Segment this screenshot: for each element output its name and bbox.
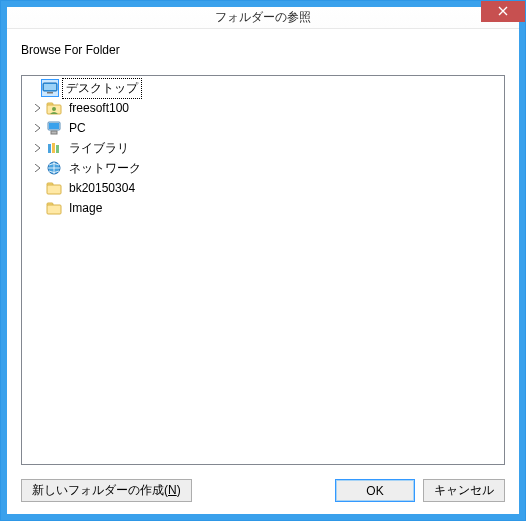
button-label-prefix: 新しいフォルダーの作成( <box>32 483 168 497</box>
folder-icon <box>46 180 62 196</box>
user-folder-icon <box>46 100 62 116</box>
tree-node[interactable]: PC <box>24 118 502 138</box>
button-bar: 新しいフォルダーの作成(N) OK キャンセル <box>21 479 505 502</box>
button-accel: N <box>168 483 177 497</box>
client-area: Browse For Folder デスクトップ <box>7 29 519 514</box>
cancel-button[interactable]: キャンセル <box>423 479 505 502</box>
window-title: フォルダーの参照 <box>7 9 519 26</box>
button-label-suffix: ) <box>177 483 181 497</box>
tree-node[interactable]: Image <box>24 198 502 218</box>
tree-node-label: ライブラリ <box>66 139 132 158</box>
tree-node-label: デスクトップ <box>62 78 142 99</box>
tree-node[interactable]: bk20150304 <box>24 178 502 198</box>
libraries-icon <box>46 140 62 156</box>
expander-icon[interactable] <box>32 122 44 134</box>
folder-tree[interactable]: デスクトップ freesoft100 <box>21 75 505 465</box>
desktop-icon <box>42 80 58 96</box>
make-new-folder-button[interactable]: 新しいフォルダーの作成(N) <box>21 479 192 502</box>
svg-rect-8 <box>51 131 57 134</box>
window-chrome: フォルダーの参照 Browse For Folder <box>1 1 525 520</box>
expander-icon[interactable] <box>32 102 44 114</box>
expander-icon[interactable] <box>32 142 44 154</box>
instruction-text: Browse For Folder <box>21 43 505 57</box>
dialog-window: フォルダーの参照 Browse For Folder <box>0 0 526 521</box>
svg-rect-9 <box>48 144 51 153</box>
svg-rect-14 <box>47 185 61 194</box>
tree-node-desktop[interactable]: デスクトップ <box>24 78 502 98</box>
tree-node-label: Image <box>66 200 105 216</box>
tree-root-list: デスクトップ freesoft100 <box>24 78 502 218</box>
svg-rect-11 <box>56 145 59 153</box>
expander-icon[interactable] <box>32 162 44 174</box>
svg-point-5 <box>52 107 56 111</box>
tree-node-label: freesoft100 <box>66 100 132 116</box>
svg-rect-10 <box>52 143 55 153</box>
tree-node-label: ネットワーク <box>66 159 144 178</box>
tree-node-label: bk20150304 <box>66 180 138 196</box>
svg-rect-1 <box>44 84 56 90</box>
tree-node[interactable]: ライブラリ <box>24 138 502 158</box>
folder-icon <box>46 200 62 216</box>
svg-rect-2 <box>47 92 53 94</box>
tree-node-label: PC <box>66 120 89 136</box>
ok-button[interactable]: OK <box>335 479 415 502</box>
svg-rect-7 <box>49 123 59 129</box>
tree-node[interactable]: freesoft100 <box>24 98 502 118</box>
pc-icon <box>46 120 62 136</box>
network-icon <box>46 160 62 176</box>
svg-rect-16 <box>47 205 61 214</box>
close-icon <box>498 5 508 19</box>
titlebar: フォルダーの参照 <box>7 7 519 29</box>
tree-node[interactable]: ネットワーク <box>24 158 502 178</box>
close-button[interactable] <box>481 1 525 22</box>
